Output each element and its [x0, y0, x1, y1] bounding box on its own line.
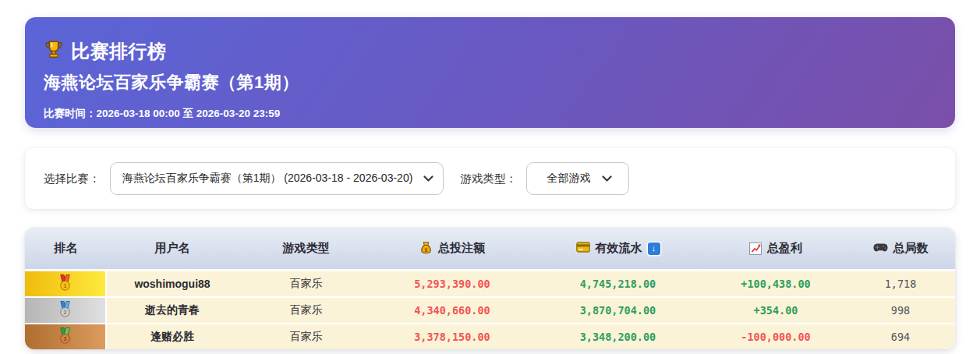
username-cell: 逝去的青春: [107, 298, 238, 323]
money-bag-icon: $: [419, 241, 433, 257]
column-label: 有效流水: [596, 241, 642, 256]
leaderboard-page: 比赛排行榜 海燕论坛百家乐争霸赛（第1期） 比赛时间：2026-03-18 00…: [0, 0, 980, 354]
game-controller-icon: [873, 242, 888, 255]
total-profit-cell: +354.00: [706, 298, 846, 323]
total-bet-cell: 5,293,390.00: [374, 271, 530, 296]
column-header-username: 用户名: [107, 241, 238, 256]
game-type-select-value: 全部游戏: [547, 172, 591, 186]
total-bet-cell: 3,378,150.00: [374, 324, 530, 349]
competition-select[interactable]: 海燕论坛百家乐争霸赛（第1期） (2026-03-18 - 2026-03-20…: [110, 162, 444, 195]
game-type-select-label: 游戏类型：: [461, 172, 518, 186]
column-header-total-bet: $ 总投注额: [374, 241, 530, 257]
column-label: 总投注额: [438, 241, 485, 256]
column-label: 游戏类型: [283, 241, 330, 256]
table-body: 1 woshimogui88 百家乐 5,293,390.00 4,745,21…: [25, 269, 955, 349]
total-rounds-cell: 1,718: [846, 271, 955, 296]
column-header-total-rounds: 总局数: [846, 241, 955, 256]
total-bet-cell: 4,340,660.00: [374, 298, 530, 323]
total-rounds-cell: 998: [846, 298, 955, 323]
competition-time-label: 比赛时间：: [44, 108, 97, 119]
competition-time: 比赛时间：2026-03-18 00:00 至 2026-03-20 23:59: [44, 107, 933, 121]
column-header-rank: 排名: [25, 241, 107, 256]
svg-text:3: 3: [63, 335, 66, 342]
credit-card-icon: [576, 242, 590, 255]
rank-cell-2: 2: [25, 298, 107, 323]
competition-banner: 比赛排行榜 海燕论坛百家乐争霸赛（第1期） 比赛时间：2026-03-18 00…: [25, 17, 955, 128]
svg-text:2: 2: [63, 309, 66, 316]
rank-cell-1: 1: [25, 271, 107, 296]
table-row: 1 woshimogui88 百家乐 5,293,390.00 4,745,21…: [25, 271, 955, 296]
competition-select-value: 海燕论坛百家乐争霸赛（第1期） (2026-03-18 - 2026-03-20…: [122, 172, 413, 186]
game-type-select[interactable]: 全部游戏: [526, 162, 629, 195]
column-header-valid-turnover: 有效流水 ↓: [530, 241, 706, 256]
competition-time-value: 2026-03-18 00:00 至 2026-03-20 23:59: [97, 108, 281, 119]
sort-descending-icon[interactable]: ↓: [648, 242, 660, 255]
competition-select-label: 选择比赛：: [44, 172, 101, 186]
game-type-cell: 百家乐: [238, 324, 374, 349]
valid-turnover-cell: 4,745,218.00: [530, 271, 706, 296]
page-title: 比赛排行榜: [71, 39, 167, 64]
column-label: 排名: [55, 241, 78, 256]
table-row: 2 逝去的青春 百家乐 4,340,660.00 3,870,704.00 +3…: [25, 298, 955, 323]
silver-medal-icon: 2: [56, 300, 74, 321]
game-type-cell: 百家乐: [238, 271, 374, 296]
filter-bar: 选择比赛： 海燕论坛百家乐争霸赛（第1期） (2026-03-18 - 2026…: [25, 148, 955, 209]
game-type-cell: 百家乐: [238, 298, 374, 323]
chart-up-icon: [749, 242, 762, 255]
total-profit-cell: +100,438.00: [706, 271, 846, 296]
competition-name: 海燕论坛百家乐争霸赛（第1期）: [44, 71, 933, 94]
svg-text:1: 1: [63, 282, 67, 289]
svg-text:$: $: [424, 246, 427, 253]
trophy-icon: [44, 39, 64, 64]
username-cell: woshimogui88: [107, 271, 238, 296]
column-label: 总盈利: [767, 241, 802, 256]
column-label: 用户名: [155, 241, 190, 256]
column-header-game-type: 游戏类型: [238, 241, 374, 256]
total-rounds-cell: 694: [846, 324, 955, 349]
column-label: 总局数: [893, 241, 929, 256]
chevron-down-icon: [602, 175, 612, 182]
rank-cell-3: 3: [25, 324, 107, 349]
chevron-down-icon: [423, 175, 433, 182]
column-header-total-profit: 总盈利: [706, 241, 846, 256]
valid-turnover-cell: 3,870,704.00: [530, 298, 706, 323]
valid-turnover-cell: 3,348,200.00: [530, 324, 706, 349]
banner-title-row: 比赛排行榜: [44, 39, 933, 64]
gold-medal-icon: 1: [56, 274, 74, 295]
total-profit-cell: -100,000.00: [706, 324, 846, 349]
bronze-medal-icon: 3: [56, 327, 74, 348]
username-cell: 逢赌必胜: [107, 324, 238, 349]
leaderboard-table: 排名 用户名 游戏类型 $ 总投注额: [25, 228, 955, 349]
table-row: 3 逢赌必胜 百家乐 3,378,150.00 3,348,200.00 -10…: [25, 324, 955, 349]
table-header-row: 排名 用户名 游戏类型 $ 总投注额: [25, 228, 955, 269]
